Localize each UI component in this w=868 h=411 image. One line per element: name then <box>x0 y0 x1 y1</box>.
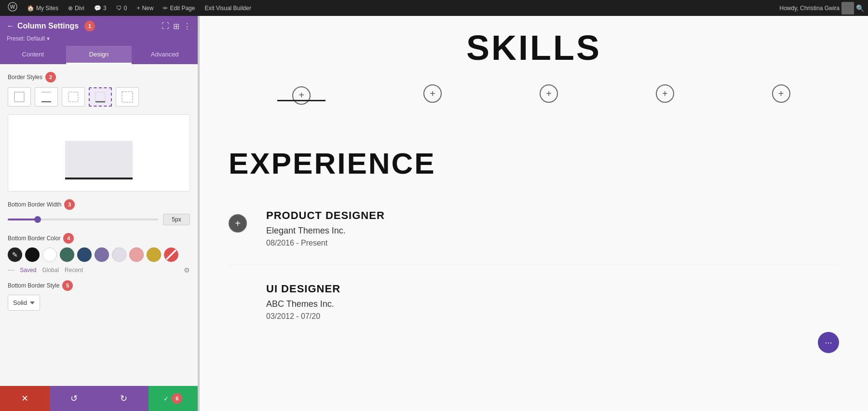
experience-title: EXPERIENCE <box>229 146 839 180</box>
skills-title: SKILLS <box>229 30 839 65</box>
add-col-button-0[interactable]: + <box>292 86 311 105</box>
edit-page-menu[interactable]: ✏ Edit Page <box>159 0 199 16</box>
column-settings-panel: ← Column Settings 1 ⛶ ⊞ ⋮ Preset: Defaul… <box>0 16 198 411</box>
exp-content-0: PRODUCT DESIGNER Elegant Themes Inc. 08/… <box>266 209 839 247</box>
admin-bar: W 🏠 My Sites ⊗ Divi 💬 3 🗨 0 + New ✏ Edit… <box>0 0 868 16</box>
gear-icon[interactable]: ⚙ <box>184 266 190 274</box>
color-swatch-white[interactable] <box>42 247 57 262</box>
border-style-dashed[interactable] <box>62 87 85 107</box>
expand-icon[interactable]: ⛶ <box>162 22 169 30</box>
tab-design[interactable]: Design <box>66 46 132 64</box>
color-swatch-purple[interactable] <box>95 247 109 262</box>
border-style-bottom[interactable] <box>89 87 112 107</box>
plus-icon: + <box>136 5 140 12</box>
add-columns-row: + + + + + <box>229 75 839 122</box>
color-swatch-dark-blue[interactable] <box>77 247 92 262</box>
exp-divider <box>229 265 839 265</box>
user-avatar[interactable] <box>841 2 854 14</box>
svg-text:W: W <box>10 4 15 10</box>
add-col-button-1[interactable]: + <box>423 84 442 103</box>
layout-icon[interactable]: ⊞ <box>173 22 179 31</box>
preset-selector[interactable]: Preset: Default ▾ <box>7 35 191 42</box>
comments-menu[interactable]: 💬 3 <box>90 0 110 16</box>
exp-add-button-0[interactable]: + <box>229 214 247 233</box>
exp-company-0: Elegant Themes Inc. <box>266 226 839 236</box>
color-tabs-row: ··· Saved Global Recent ⚙ <box>8 266 190 274</box>
border-style-partial[interactable] <box>35 87 58 107</box>
experience-item-1: UI DESIGNER ABC Themes Inc. 03/2012 - 07… <box>229 273 839 330</box>
step-badge-2: 2 <box>45 72 56 82</box>
color-tab-saved[interactable]: Saved <box>20 267 36 274</box>
howdy-text: Howdy, Christina Gwira <box>780 5 840 12</box>
step-badge-5: 5 <box>62 280 73 291</box>
preview-inner <box>65 141 133 179</box>
color-swatch-red[interactable] <box>164 247 178 262</box>
comment-icon: 💬 <box>94 5 101 12</box>
color-swatch-black[interactable] <box>25 247 40 262</box>
eyedropper-swatch[interactable]: ✎ <box>8 247 22 262</box>
step-badge-6: 6 <box>172 393 182 404</box>
divi-menu[interactable]: ⊗ Divi <box>64 0 88 16</box>
back-button[interactable]: ← Column Settings 1 <box>7 21 95 31</box>
color-tab-recent[interactable]: Recent <box>65 267 83 274</box>
cancel-icon: ✕ <box>21 393 28 404</box>
cancel-button[interactable]: ✕ <box>0 386 50 411</box>
comments2-menu[interactable]: 🗨 0 <box>112 0 131 16</box>
col-underline <box>277 100 326 101</box>
border-width-slider[interactable] <box>8 219 158 220</box>
panel-title-icons: ⛶ ⊞ ⋮ <box>162 22 191 31</box>
exp-content-1: UI DESIGNER ABC Themes Inc. 03/2012 - 07… <box>266 283 839 321</box>
experience-section: EXPERIENCE + PRODUCT DESIGNER Elegant Th… <box>200 137 868 350</box>
save-button[interactable]: ✓ 6 <box>149 386 198 411</box>
step-badge-3: 3 <box>64 199 75 210</box>
undo-button[interactable]: ↺ <box>50 386 99 411</box>
add-col-button-4[interactable]: + <box>772 84 790 103</box>
dots-menu-icon: ··· <box>825 338 832 348</box>
new-menu[interactable]: + New <box>133 0 157 16</box>
border-preview <box>8 114 190 192</box>
color-swatch-dark-green[interactable] <box>60 247 74 262</box>
admin-bar-right: Howdy, Christina Gwira 🔍 <box>780 2 864 14</box>
color-swatches: ✎ <box>8 247 190 262</box>
more-icon[interactable]: ⋮ <box>183 22 191 31</box>
tab-content[interactable]: Content <box>0 46 66 64</box>
color-tab-global[interactable]: Global <box>42 267 59 274</box>
page-content: SKILLS + + + + + EXPERIENCE + PRODUCT DE… <box>200 16 868 411</box>
save-icon: ✓ <box>163 395 169 402</box>
exp-dates-0: 08/2016 - Present <box>266 239 839 247</box>
step-badge-4: 4 <box>63 233 74 244</box>
border-width-slider-row: 5px <box>8 214 190 225</box>
dots-icon[interactable]: ··· <box>8 266 14 274</box>
tab-advanced[interactable]: Advanced <box>132 46 198 64</box>
pencil-icon: ✏ <box>163 5 168 12</box>
svg-rect-8 <box>122 92 133 102</box>
wp-logo[interactable]: W <box>4 2 21 14</box>
panel-tabs: Content Design Advanced <box>0 46 198 64</box>
divi-icon: ⊗ <box>68 5 73 12</box>
border-style-select[interactable]: Solid Dashed Dotted Double None <box>8 295 40 311</box>
color-swatch-light-gray[interactable] <box>112 247 126 262</box>
border-style-row <box>8 87 190 107</box>
exit-visual-builder[interactable]: Exit Visual Builder <box>201 0 255 16</box>
color-swatch-gold[interactable] <box>147 247 161 262</box>
add-col-button-3[interactable]: + <box>656 84 674 103</box>
panel-title: Column Settings <box>17 22 79 30</box>
my-sites-menu[interactable]: 🏠 My Sites <box>23 0 62 16</box>
border-style-outer[interactable] <box>116 87 139 107</box>
slider-thumb[interactable] <box>34 216 41 223</box>
svg-rect-2 <box>14 92 24 102</box>
panel-body: Border Styles 2 <box>0 64 198 386</box>
border-width-value[interactable]: 5px <box>163 214 190 225</box>
color-swatch-pink[interactable] <box>129 247 144 262</box>
floating-menu-button[interactable]: ··· <box>818 332 839 353</box>
add-col-button-2[interactable]: + <box>540 84 558 103</box>
redo-button[interactable]: ↻ <box>99 386 149 411</box>
exp-job-title-0: PRODUCT DESIGNER <box>266 209 839 222</box>
search-icon[interactable]: 🔍 <box>856 4 864 12</box>
exp-job-title-1: UI DESIGNER <box>266 283 839 295</box>
slider-fill <box>8 219 38 220</box>
border-width-label: Bottom Border Width <box>8 201 61 208</box>
redo-icon: ↻ <box>120 393 127 404</box>
border-style-none[interactable] <box>8 87 31 107</box>
undo-icon: ↺ <box>70 393 78 404</box>
